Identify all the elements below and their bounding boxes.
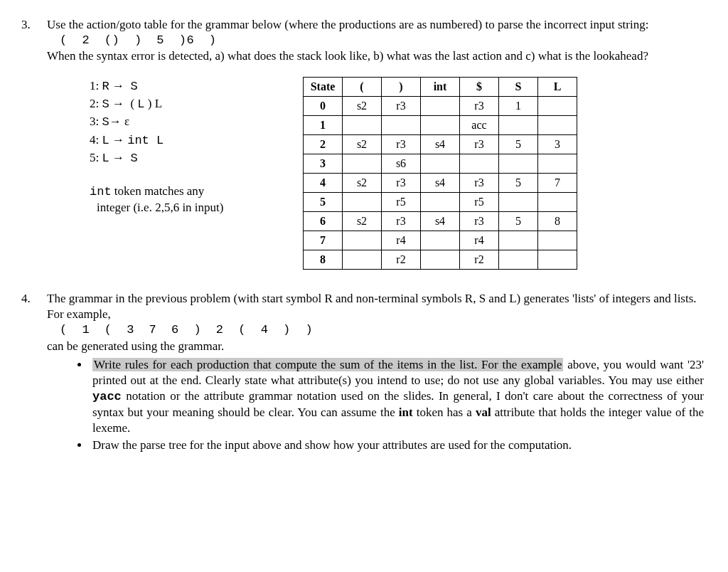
table-row: 2s2r3s4r353 (304, 135, 577, 154)
th-dollar: $ (460, 78, 499, 97)
production-5: 5: L → S (90, 150, 303, 166)
table-row: 5r5r5 (304, 193, 577, 212)
bullet-2: Draw the parse tree for the input above … (90, 438, 707, 453)
q4-number: 4. (21, 291, 47, 455)
q4-bullets: Write rules for each production that com… (47, 357, 707, 454)
table-row: 0s2r3r31 (304, 97, 577, 116)
th-state: State (304, 78, 343, 97)
table-row: 8r2r2 (304, 250, 577, 270)
q3-note: int token matches any integer (i.e. 2,5,… (90, 184, 303, 216)
q3-content-row: 1: R → S 2: S → ( L ) L 3: S→ ε 4: L → i… (47, 77, 707, 270)
q3-left-col: 1: R → S 2: S → ( L ) L 3: S→ ε 4: L → i… (47, 77, 303, 216)
table-row: 4s2r3s4r357 (304, 174, 577, 193)
q3-body: Use the action/goto table for the gramma… (47, 17, 707, 270)
question-4: 4. The grammar in the previous problem (… (21, 291, 707, 455)
table-header-row: State ( ) int $ S L (304, 78, 577, 97)
table-row: 3s6 (304, 154, 577, 174)
th-int: int (421, 78, 460, 97)
q4-body: The grammar in the previous problem (wit… (47, 291, 707, 455)
production-3: 3: S→ ε (90, 114, 303, 130)
table-row: 7r4r4 (304, 231, 577, 250)
q3-intro1: Use the action/goto table for the gramma… (47, 17, 707, 33)
table-row: 6s2r3s4r358 (304, 212, 577, 231)
bullet-1: Write rules for each production that com… (90, 357, 707, 436)
th-L: L (538, 78, 577, 97)
production-2: 2: S → ( L ) L (90, 96, 303, 112)
q3-input-string: ( 2 () ) 5 )6 ) (60, 33, 707, 48)
production-1: 1: R → S (90, 78, 303, 95)
th-S: S (499, 78, 538, 97)
q3-number: 3. (21, 17, 47, 270)
q4-example: ( 1 ( 3 7 6 ) 2 ( 4 ) ) (60, 322, 707, 338)
table-row: 1acc (304, 116, 577, 135)
question-3: 3. Use the action/goto table for the gra… (21, 17, 707, 270)
q4-text1: The grammar in the previous problem (wit… (47, 291, 707, 322)
production-4: 4: L → int L (90, 132, 303, 149)
bullet-1-highlight: Write rules for each production that com… (92, 358, 563, 371)
th-rparen: ) (382, 78, 421, 97)
parse-table: State ( ) int $ S L 0s2r3r31 1acc 2s2r3s… (303, 77, 577, 270)
q3-intro2: When the syntax error is detected, a) wh… (47, 48, 707, 64)
th-lparen: ( (343, 78, 382, 97)
q4-text2: can be generated using the grammar. (47, 339, 707, 354)
